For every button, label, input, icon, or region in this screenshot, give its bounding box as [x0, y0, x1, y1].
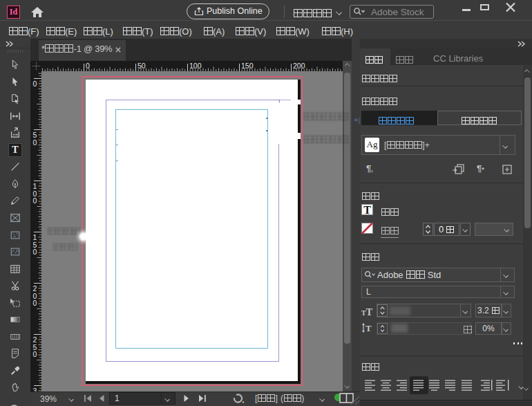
svg-text:T: T — [365, 323, 372, 333]
